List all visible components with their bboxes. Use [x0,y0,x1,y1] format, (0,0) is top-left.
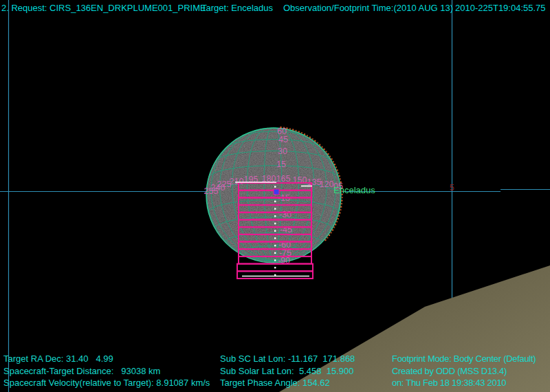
terminator-dot [314,140,316,142]
footprint-center-dot [274,259,276,261]
lat-label: -30 [279,210,292,219]
lon-label: 120 [320,179,334,189]
header-bar: 2. Request: CIRS_136EN_DRKPLUME001_PRIME… [0,0,550,15]
status-right-column: Footprint Mode: Body Center (Default) Cr… [392,353,536,389]
terminator-dot [338,215,340,217]
footprint-center-dot [274,201,276,202]
terminator-dot [327,237,328,239]
terminator-dot [319,144,320,146]
lat-label: 45 [278,135,288,144]
footprint-center-dot [274,245,276,246]
scene-viewport[interactable]: 2552402252101951801651501351200560453015… [0,0,550,392]
terminator-dot [324,149,325,150]
status-left-column: Target RA Dec: 31.40 4.99 Spacecraft-Tar… [3,353,210,389]
footprint-center-dot [274,237,276,239]
sc-target-distance: Spacecraft-Target Distance: 93038 km [3,365,210,378]
lat-label: -45 [280,225,292,235]
terminator-dot [341,200,342,202]
terminator-dot [331,158,332,160]
lat-label: 30 [278,146,287,156]
terminator-dot [339,175,340,177]
terminator-dot [289,128,291,129]
terminator-dot [317,142,318,144]
sub-solar-lat-lon: Sub Solar Lat Lon: 5.458 15.900 [220,365,355,378]
terminator-dot [295,130,296,131]
terminator-dot [338,173,339,174]
lon-label: 165 [276,174,291,184]
terminator-dot [298,131,300,133]
request-label: 2. Request: CIRS_136EN_DRKPLUME001_PRIME [1,3,206,13]
terminator-dot [329,235,330,236]
terminator-dot [324,239,326,241]
footprint-center-dot [274,215,276,217]
footprint-center-dot [274,267,276,268]
terminator-dot [327,153,329,155]
terminator-dot [342,197,343,198]
created-by: Created by ODD (MSS D13.4) [392,365,536,378]
terminator-dot [337,169,338,171]
target-phase-angle: Target Phase Angle: 154.62 [220,377,355,389]
terminator-dot [341,203,342,204]
target-label: Target: Enceladus [201,3,273,13]
body-name-label: Enceladus [333,185,375,195]
obs-time-label: Observation/Footprint Time:(2010 AUG 13) [283,3,453,13]
ra-tick-label: 5 [450,183,454,193]
footprint-center-dot [274,230,276,232]
terminator-dot [338,218,339,219]
footprint-center-dot [274,186,276,187]
terminator-dot [339,212,340,213]
odd-footprint-viewer-window: 2552402252101951801651501351200560453015… [0,0,550,392]
status-middle-column: Sub SC Lat Lon: -11.167 171.868 Sub Sola… [220,353,355,389]
terminator-dot [333,226,335,228]
terminator-dot [340,206,342,208]
terminator-dot [307,135,308,136]
created-on: on: Thu Feb 18 19:38:43 2010 [392,377,536,389]
terminator-dot [321,146,322,148]
terminator-dot [336,166,337,168]
terminator-dot [301,132,302,133]
terminator-dot [335,224,336,225]
terminator-dot [304,133,305,135]
sc-velocity: Spacecraft Velocity(relative to Target):… [3,377,210,389]
target-ra-dec: Target RA Dec: 31.40 4.99 [3,353,210,365]
sub-sc-lat-lon: Sub SC Lat Lon: -11.167 171.868 [220,353,355,365]
lon-label: 210 [230,177,244,186]
terminator-dot [312,138,314,140]
terminator-dot [340,178,341,179]
terminator-dot [325,151,327,152]
terminator-dot [340,209,341,210]
lat-label: 15 [276,160,286,169]
terminator-dot [309,137,311,138]
terminator-dot [333,161,334,162]
terminator-dot [330,232,331,233]
boresight-marker [274,189,279,195]
obs-time-value: 2010-225T19:04:55.75 [455,3,546,13]
footprint-center-dot [274,252,276,254]
footprint-center-dot [274,208,276,209]
terminator-dot [332,229,333,230]
terminator-dot [334,164,336,165]
footprint-mode: Footprint Mode: Body Center (Default) [392,353,536,365]
terminator-dot [336,221,338,222]
terminator-dot [292,129,294,131]
terminator-dot [329,156,331,157]
footprint-center-dot [274,223,276,224]
